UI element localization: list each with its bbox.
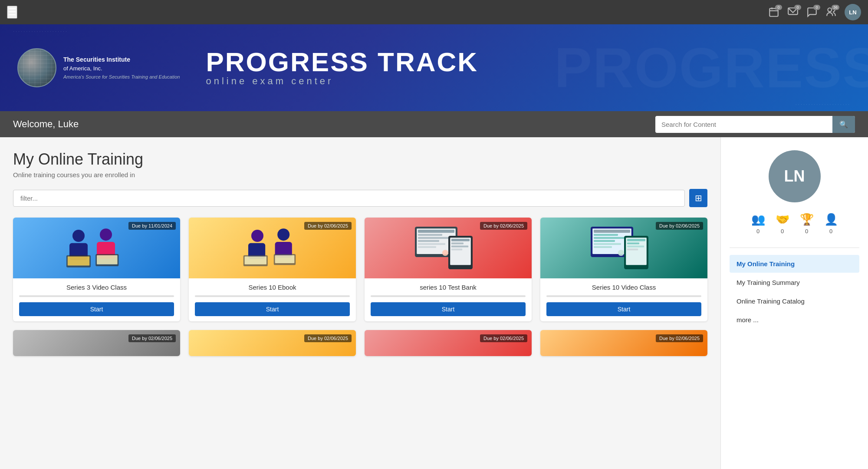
- course-card-partial: Due by 02/06/2025: [13, 330, 180, 356]
- svg-rect-41: [594, 237, 627, 239]
- card-body: Series 3 Video Class Start: [13, 278, 180, 321]
- card-thumbnail: Due by 02/06/2025: [189, 218, 356, 278]
- svg-rect-43: [594, 243, 621, 245]
- progress-bar: [195, 295, 350, 297]
- people-illustration: [30, 224, 164, 272]
- people-illustration: [206, 224, 339, 272]
- card-thumbnail: Due by 02/06/2025: [540, 218, 707, 278]
- message-icon-button[interactable]: 0: [787, 7, 799, 18]
- svg-rect-46: [626, 238, 647, 265]
- due-badge: Due by 02/06/2025: [656, 334, 703, 342]
- sidebar: LN 👥 0 🤝 0 🏆 0 👤 0 My Online Training M: [720, 137, 868, 469]
- course-card: Due by 02/06/2025 Series 10 Ebook Start: [189, 218, 356, 321]
- grid-icon: ⊞: [695, 193, 702, 203]
- calendar-icon-button[interactable]: 0: [768, 7, 779, 18]
- users-icon-button[interactable]: 36: [825, 7, 837, 18]
- svg-rect-32: [451, 239, 470, 241]
- svg-point-18: [277, 228, 289, 241]
- hero-title: Progress Track online exam center: [206, 49, 478, 87]
- svg-rect-42: [594, 240, 615, 242]
- filter-input[interactable]: [13, 190, 685, 207]
- due-badge: Due by 02/06/2025: [304, 222, 352, 230]
- card-body: series 10 Test Bank Start: [365, 278, 532, 321]
- sidebar-avatar: LN: [769, 150, 821, 202]
- svg-rect-9: [67, 257, 89, 266]
- due-badge: Due by 02/06/2025: [480, 334, 527, 342]
- course-card-partial: Due by 02/06/2025: [189, 330, 356, 356]
- hero-banner: ····················· The Securities Ins…: [0, 24, 868, 111]
- top-nav: ☰ 0 0 0 36 LN: [0, 0, 868, 24]
- progress-bar: [371, 295, 526, 297]
- svg-rect-47: [627, 239, 645, 241]
- card-body: Series 10 Video Class Start: [540, 278, 707, 321]
- svg-point-10: [100, 228, 112, 241]
- welcome-text: Welcome, Luke: [13, 119, 79, 130]
- card-thumbnail: Due by 11/01/2024: [13, 218, 180, 278]
- hero-dots-top: ·····················: [13, 29, 68, 34]
- svg-rect-44: [594, 246, 612, 248]
- course-card-partial: Due by 02/06/2025: [365, 330, 532, 356]
- course-card: Due by 02/06/2025 series 10 Test Bank St…: [365, 218, 532, 321]
- svg-rect-34: [451, 245, 468, 247]
- svg-rect-40: [594, 234, 618, 236]
- sidebar-item-my-training-summary[interactable]: My Training Summary: [730, 274, 859, 291]
- svg-rect-13: [97, 255, 118, 264]
- course-card: Due by 02/06/2025 Series 10 Video Class …: [540, 218, 707, 321]
- sidebar-menu: My Online Training My Training Summary O…: [730, 255, 859, 330]
- svg-rect-21: [275, 255, 294, 263]
- progress-bar: [546, 295, 701, 297]
- card-title: Series 10 Video Class: [546, 284, 701, 291]
- section-subtitle: Online training courses you are enrolled…: [13, 171, 707, 178]
- course-grid-partial: Due by 02/06/2025 Due by 02/06/2025 Due …: [13, 330, 707, 356]
- hero-dots-bottom: ·····················: [796, 102, 851, 107]
- content-area: My Online Training Online training cours…: [0, 137, 720, 469]
- search-bar: 🔍: [655, 116, 855, 133]
- sidebar-item-online-training-catalog[interactable]: Online Training Catalog: [730, 292, 859, 310]
- sidebar-item-more[interactable]: more ...: [730, 311, 859, 329]
- profile-icon: 👤: [824, 213, 838, 226]
- user-avatar-nav[interactable]: LN: [845, 4, 861, 20]
- svg-rect-26: [418, 237, 451, 239]
- main-layout: My Online Training Online training cours…: [0, 137, 868, 469]
- svg-rect-29: [418, 246, 436, 248]
- start-button[interactable]: Start: [546, 302, 701, 316]
- groups-icon: 👥: [751, 213, 765, 226]
- screen-illustration: [557, 224, 691, 272]
- logo-globe: [17, 48, 56, 87]
- svg-point-36: [442, 250, 448, 256]
- stat-item-connections: 🤝 0: [776, 213, 789, 234]
- grid-toggle-button[interactable]: ⊞: [689, 189, 707, 207]
- svg-rect-25: [418, 234, 442, 236]
- chat-icon-button[interactable]: 0: [806, 7, 818, 18]
- start-button[interactable]: Start: [195, 302, 350, 316]
- stat-item-groups: 👥 0: [751, 213, 765, 234]
- search-input[interactable]: [655, 117, 832, 132]
- calendar-badge: 0: [775, 5, 782, 10]
- hamburger-menu[interactable]: ☰: [7, 6, 17, 19]
- start-button[interactable]: Start: [371, 302, 526, 316]
- svg-rect-50: [627, 248, 638, 250]
- svg-point-14: [251, 230, 263, 242]
- svg-point-5: [828, 8, 832, 12]
- due-badge: Due by 02/06/2025: [656, 222, 703, 230]
- filter-row: ⊞: [13, 189, 707, 207]
- svg-rect-24: [418, 230, 454, 233]
- stat-item-achievements: 🏆 0: [800, 213, 814, 234]
- trophy-icon: 🏆: [800, 213, 814, 226]
- due-badge: Due by 11/01/2024: [128, 222, 176, 230]
- search-button[interactable]: 🔍: [832, 116, 855, 133]
- logo-text: The Securities Institute of America, Inc…: [63, 55, 180, 81]
- stat-item-profile: 👤 0: [824, 213, 838, 234]
- svg-point-51: [618, 250, 624, 256]
- course-grid: Due by 11/01/2024 Series 3 Video Class S…: [13, 218, 707, 321]
- svg-rect-35: [451, 248, 462, 250]
- course-card: Due by 11/01/2024 Series 3 Video Class S…: [13, 218, 180, 321]
- svg-rect-49: [627, 245, 644, 247]
- sidebar-item-my-online-training[interactable]: My Online Training: [730, 255, 859, 273]
- connections-icon: 🤝: [776, 213, 789, 226]
- chat-badge: 0: [813, 5, 820, 10]
- start-button[interactable]: Start: [19, 302, 174, 316]
- card-thumbnail: Due by 02/06/2025: [365, 218, 532, 278]
- svg-rect-33: [451, 242, 464, 244]
- welcome-bar: Welcome, Luke 🔍: [0, 111, 868, 137]
